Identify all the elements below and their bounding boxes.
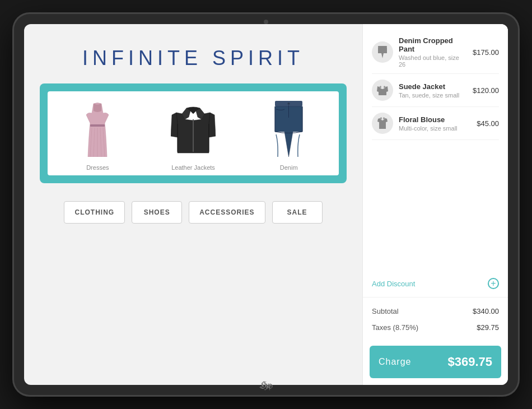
add-discount-row[interactable]: Add Discount + — [363, 270, 508, 298]
cart-item-price-blouse: $45.00 — [477, 119, 499, 128]
tablet-frame: INFINITE SPIRIT — [14, 14, 518, 395]
store-title: INFINITE SPIRIT — [40, 47, 347, 70]
svg-text:ℌ𝔭: ℌ𝔭 — [259, 380, 272, 389]
featured-item-label-denim: Denim — [280, 164, 298, 171]
add-discount-label: Add Discount — [372, 280, 415, 288]
category-btn-shoes[interactable]: SHOES — [132, 201, 182, 224]
taxes-value: $29.75 — [477, 323, 499, 332]
charge-button[interactable]: Charge $369.75 — [370, 346, 501, 378]
cart-item-icon-pant — [372, 41, 393, 63]
category-btn-sale[interactable]: SALE — [272, 201, 323, 224]
subtotal-value: $340.00 — [473, 307, 499, 315]
cart-item-info-pant: Denim Cropped Pant Washed out blue, size… — [399, 36, 467, 68]
taxes-label: Taxes (8.75%) — [372, 323, 418, 332]
subtotal-row: Subtotal $340.00 — [372, 303, 499, 319]
featured-item-jackets[interactable]: Leather Jackets — [148, 98, 239, 171]
cart-item-suede-jacket: Suede Jacket Tan, suede, size small $120… — [372, 74, 499, 107]
svg-rect-0 — [90, 124, 105, 127]
category-btn-accessories[interactable]: ACCESSORIES — [189, 201, 265, 224]
jacket-image — [168, 98, 218, 160]
charge-label: Charge — [379, 357, 411, 367]
add-discount-icon: + — [488, 278, 499, 289]
featured-item-denim[interactable]: Denim — [243, 98, 334, 171]
featured-item-label-dresses: Dresses — [86, 164, 109, 171]
taxes-row: Taxes (8.75%) $29.75 — [372, 319, 499, 336]
svg-rect-14 — [378, 46, 387, 48]
cart-item-name-pant: Denim Cropped Pant — [399, 36, 467, 53]
cart-item-price-jacket: $120.00 — [473, 86, 499, 95]
cart-items: Denim Cropped Pant Washed out blue, size… — [363, 24, 508, 270]
subtotal-label: Subtotal — [372, 307, 399, 315]
featured-item-dresses[interactable]: Dresses — [52, 98, 143, 171]
right-panel: Denim Cropped Pant Washed out blue, size… — [362, 24, 508, 385]
featured-banner: Dresses — [40, 83, 347, 183]
featured-item-label-jackets: Leather Jackets — [171, 164, 215, 171]
category-buttons: CLOTHING SHOES ACCESSORIES SALE — [40, 201, 347, 224]
cart-item-info-blouse: Floral Blouse Multi-color, size small — [399, 115, 471, 132]
denim-image — [264, 98, 314, 160]
cart-item-name-jacket: Suede Jacket — [399, 82, 467, 91]
cart-item-icon-jacket — [372, 80, 393, 101]
cart-item-icon-blouse — [372, 113, 393, 134]
category-btn-clothing[interactable]: CLOTHING — [64, 201, 125, 224]
cart-item-name-blouse: Floral Blouse — [399, 115, 471, 124]
cart-item-floral-blouse: Floral Blouse Multi-color, size small $4… — [372, 107, 499, 140]
cart-item-desc-jacket: Tan, suede, size small — [399, 92, 467, 99]
hp-logo: ℌ𝔭 — [258, 379, 274, 392]
featured-items: Dresses — [48, 91, 339, 175]
cart-item-price-pant: $175.00 — [473, 48, 499, 57]
tablet-screen: INFINITE SPIRIT — [24, 24, 508, 385]
cart-item-desc-blouse: Multi-color, size small — [399, 125, 471, 132]
cart-item-info-jacket: Suede Jacket Tan, suede, size small — [399, 82, 467, 99]
cart-totals: Subtotal $340.00 Taxes (8.75%) $29.75 — [363, 298, 508, 341]
left-panel: INFINITE SPIRIT — [24, 24, 362, 385]
cart-item-desc-pant: Washed out blue, size 26 — [399, 54, 467, 68]
cart-item-denim-pant: Denim Cropped Pant Washed out blue, size… — [372, 31, 499, 74]
svg-point-12 — [288, 103, 290, 105]
charge-amount: $369.75 — [447, 355, 492, 369]
dress-image — [72, 98, 123, 160]
